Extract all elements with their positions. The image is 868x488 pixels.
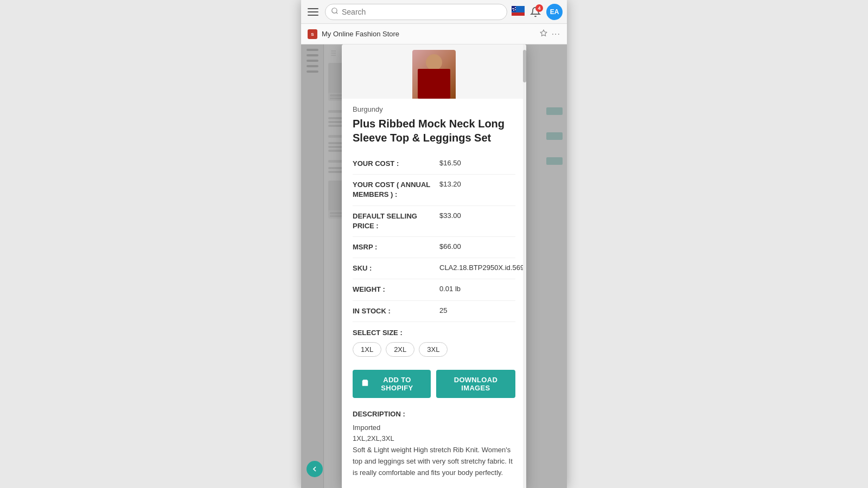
weight-value: 0.01 lb xyxy=(439,285,515,293)
topbar-icons: 4 EA xyxy=(512,4,563,20)
action-buttons: ADD TO SHOPIFY DOWNLOAD IMAGES xyxy=(353,363,515,404)
product-image-area xyxy=(342,44,526,99)
annual-cost-row: YOUR COST ( ANNUAL MEMBERS ) : $13.20 xyxy=(353,175,515,206)
size-3xl[interactable]: 3XL xyxy=(419,342,448,357)
msrp-label: MSRP : xyxy=(353,242,439,252)
msrp-row: MSRP : $66.00 xyxy=(353,237,515,258)
in-stock-label: IN STOCK : xyxy=(353,306,439,316)
select-size-section: SELECT SIZE : 1XL 2XL 3XL xyxy=(353,322,515,363)
weight-label: WEIGHT : xyxy=(353,285,439,294)
more-options-icon[interactable]: ··· xyxy=(552,29,560,39)
description-text: Imported 1XL,2XL,3XL Soft & Light weight… xyxy=(353,422,515,479)
avatar[interactable]: EA xyxy=(546,4,563,20)
your-cost-value: $16.50 xyxy=(439,159,515,167)
product-image xyxy=(412,50,456,99)
in-stock-row: IN STOCK : 25 xyxy=(353,301,515,322)
svg-line-1 xyxy=(336,12,338,14)
add-to-shopify-button[interactable]: ADD TO SHOPIFY xyxy=(353,370,431,398)
search-input[interactable] xyxy=(342,8,501,16)
store-name-label: My Online Fashion Store xyxy=(322,30,535,38)
your-cost-label: YOUR COST : xyxy=(353,159,439,169)
annual-cost-label: YOUR COST ( ANNUAL MEMBERS ) : xyxy=(353,180,439,200)
svg-point-0 xyxy=(332,8,337,13)
scrollbar-thumb xyxy=(523,50,526,82)
add-to-shopify-label: ADD TO SHOPIFY xyxy=(372,376,422,392)
in-stock-value: 25 xyxy=(439,306,515,314)
svg-point-6 xyxy=(513,8,514,9)
download-images-button[interactable]: DOWNLOAD IMAGES xyxy=(436,370,515,398)
svg-point-8 xyxy=(515,9,516,10)
modal-scroll-container[interactable]: Burgundy Plus Ribbed Mock Neck Long Slee… xyxy=(342,44,526,488)
sku-row: SKU : CLA2.18.BTP2950X.id.56995f xyxy=(353,258,515,279)
select-size-label: SELECT SIZE : xyxy=(353,329,515,337)
store-favicon: S xyxy=(308,29,317,39)
shopify-cart-icon xyxy=(361,379,369,388)
svg-rect-3 xyxy=(512,12,525,16)
product-color: Burgundy xyxy=(353,105,515,113)
search-bar[interactable] xyxy=(325,4,507,20)
browser-window: 4 EA S My Online Fashion Store ··· xyxy=(301,0,567,488)
modal-scrollbar[interactable] xyxy=(523,44,526,488)
back-arrow-button[interactable] xyxy=(307,461,323,477)
sku-value: CLA2.18.BTP2950X.id.56995f xyxy=(439,264,526,272)
notification-badge: 4 xyxy=(535,4,543,12)
size-1xl[interactable]: 1XL xyxy=(353,342,381,357)
content-area: Burgundy Plus Ribbed Mock Neck Long Slee… xyxy=(301,44,567,488)
default-selling-price-label: DEFAULT SELLING PRICE : xyxy=(353,211,439,231)
svg-text:S: S xyxy=(311,32,314,37)
pin-icon[interactable] xyxy=(540,29,547,38)
product-title: Plus Ribbed Mock Neck Long Sleeve Top & … xyxy=(353,117,515,145)
modal-body: Burgundy Plus Ribbed Mock Neck Long Slee… xyxy=(342,99,526,484)
description-section: DESCRIPTION : Imported 1XL,2XL,3XL Soft … xyxy=(353,404,515,484)
size-options: 1XL 2XL 3XL xyxy=(353,342,515,357)
msrp-value: $66.00 xyxy=(439,242,515,251)
your-cost-row: YOUR COST : $16.50 xyxy=(353,153,515,175)
desc-line-1: Imported xyxy=(353,422,515,434)
desc-line-2: 1XL,2XL,3XL xyxy=(353,433,515,445)
svg-point-9 xyxy=(513,10,514,11)
search-icon xyxy=(331,7,339,16)
product-details: YOUR COST : $16.50 YOUR COST ( ANNUAL ME… xyxy=(353,153,515,322)
hamburger-icon[interactable] xyxy=(305,4,321,20)
default-selling-price-value: $33.00 xyxy=(439,211,515,220)
browser-urlbar: S My Online Fashion Store ··· xyxy=(301,24,567,44)
size-2xl[interactable]: 2XL xyxy=(386,342,414,357)
desc-line-3: Soft & Light weight High stretch Rib Kni… xyxy=(353,445,515,478)
weight-row: WEIGHT : 0.01 lb xyxy=(353,279,515,300)
description-label: DESCRIPTION : xyxy=(353,410,515,418)
notification-icon[interactable]: 4 xyxy=(528,4,543,20)
svg-point-7 xyxy=(515,7,516,8)
sku-label: SKU : xyxy=(353,264,439,273)
annual-cost-value: $13.20 xyxy=(439,180,515,188)
default-selling-price-row: DEFAULT SELLING PRICE : $33.00 xyxy=(353,206,515,237)
product-modal: Burgundy Plus Ribbed Mock Neck Long Slee… xyxy=(342,44,526,488)
browser-topbar: 4 EA xyxy=(301,0,567,24)
flag-icon[interactable] xyxy=(512,6,525,18)
svg-point-10 xyxy=(512,8,513,9)
